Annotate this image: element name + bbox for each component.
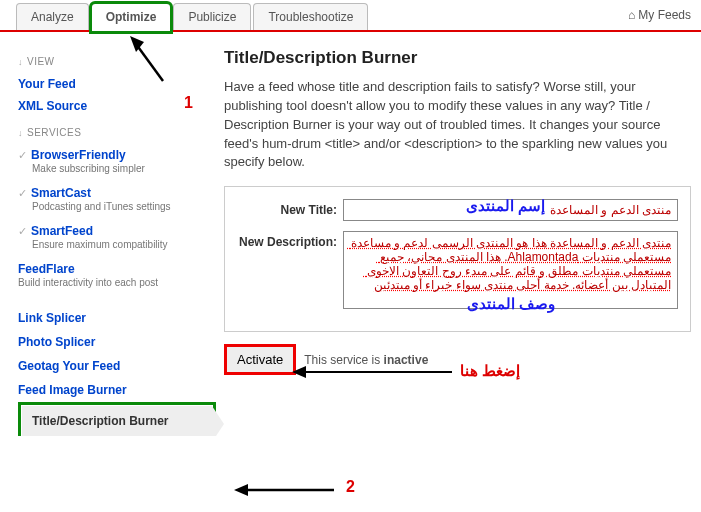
activate-button[interactable]: Activate xyxy=(224,344,296,375)
sidebar-item-browserfriendly[interactable]: BrowserFriendly Make subscribing simpler xyxy=(18,144,200,182)
svg-line-2 xyxy=(136,44,163,81)
tab-bar: Analyze Optimize Publicize Troubleshooti… xyxy=(0,0,701,32)
sidebar-item-label: FeedFlare xyxy=(18,262,75,276)
check-icon xyxy=(18,224,31,238)
tab-analyze[interactable]: Analyze xyxy=(16,3,89,30)
annotation-feed-name: إسم المنتدى xyxy=(466,197,545,215)
arrow-icon xyxy=(292,364,452,380)
content-area: Title/Description Burner Have a feed who… xyxy=(200,32,701,436)
new-desc-label: New Description: xyxy=(237,231,343,249)
annotation-click-here: إضغط هنا xyxy=(460,362,520,380)
new-title-label: New Title: xyxy=(237,199,343,217)
sidebar-item-label: SmartFeed xyxy=(31,224,93,238)
sidebar-item-smartcast[interactable]: SmartCast Podcasting and iTunes settings xyxy=(18,182,200,220)
sidebar-your-feed[interactable]: Your Feed xyxy=(18,73,200,95)
svg-marker-1 xyxy=(292,366,306,378)
sidebar-photo-splicer[interactable]: Photo Splicer xyxy=(18,330,200,354)
annotation-number-1: 1 xyxy=(184,94,193,112)
tab-troubleshootize[interactable]: Troubleshootize xyxy=(253,3,368,30)
page-description: Have a feed whose title and description … xyxy=(224,78,691,172)
sidebar-feed-image-burner[interactable]: Feed Image Burner xyxy=(18,378,200,402)
check-icon xyxy=(18,148,31,162)
sidebar-item-feedflare[interactable]: FeedFlare Build interactivity into each … xyxy=(18,258,200,296)
tab-publicize[interactable]: Publicize xyxy=(173,3,251,30)
sidebar-link-splicer[interactable]: Link Splicer xyxy=(18,306,200,330)
tab-optimize[interactable]: Optimize xyxy=(91,3,172,32)
annotation-feed-desc: وصف المنتدى xyxy=(467,295,555,313)
sidebar-geotag[interactable]: Geotag Your Feed xyxy=(18,354,200,378)
check-icon xyxy=(18,186,31,200)
sidebar-title-desc-burner-active[interactable]: Title/Description Burner xyxy=(22,406,212,436)
home-icon xyxy=(628,8,638,22)
sidebar-item-label: SmartCast xyxy=(31,186,91,200)
sidebar-item-label: BrowserFriendly xyxy=(31,148,126,162)
sidebar-item-desc: Make subscribing simpler xyxy=(32,163,192,174)
sidebar: VIEW Your Feed XML Source SERVICES Brows… xyxy=(0,32,200,436)
svg-marker-3 xyxy=(130,36,144,52)
page-title: Title/Description Burner xyxy=(224,48,691,68)
arrow-icon xyxy=(128,36,168,86)
sidebar-xml-source[interactable]: XML Source xyxy=(18,95,200,117)
sidebar-section-services: SERVICES xyxy=(18,127,200,138)
sidebar-section-view: VIEW xyxy=(18,56,200,67)
settings-form: New Title: New Description: منتدى الدعم … xyxy=(224,186,691,332)
sidebar-item-desc: Ensure maximum compatibility xyxy=(32,239,192,250)
sidebar-item-desc: Build interactivity into each post xyxy=(18,277,178,288)
sidebar-item-desc: Podcasting and iTunes settings xyxy=(32,201,192,212)
my-feeds-link[interactable]: My Feeds xyxy=(628,8,691,22)
sidebar-item-smartfeed[interactable]: SmartFeed Ensure maximum compatibility xyxy=(18,220,200,258)
